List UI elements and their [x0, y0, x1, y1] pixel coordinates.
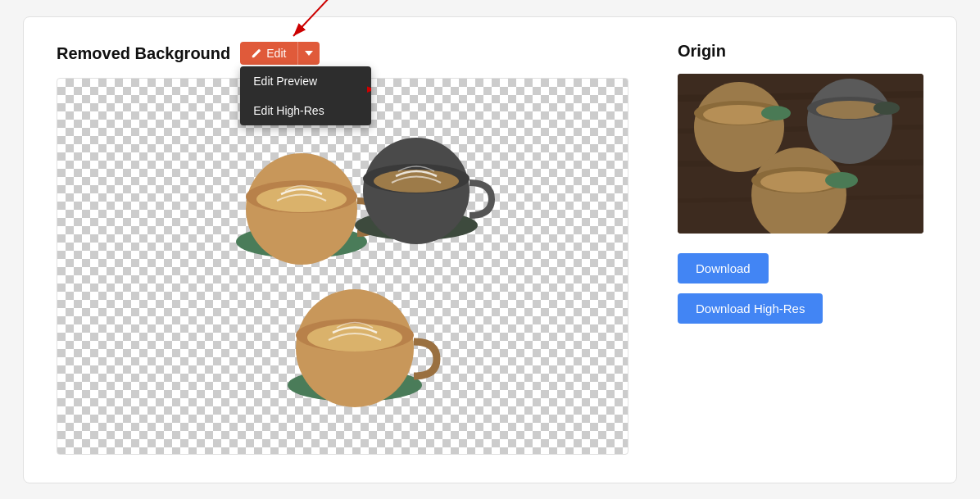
svg-line-1 — [293, 0, 330, 36]
edit-dropdown-button[interactable] — [297, 42, 320, 65]
svg-point-11 — [374, 170, 459, 193]
svg-point-25 — [807, 79, 892, 164]
removed-background-preview — [57, 78, 628, 455]
coffee-cups-image — [187, 94, 498, 438]
svg-point-24 — [761, 106, 791, 120]
svg-point-28 — [873, 102, 900, 115]
left-section-header: Removed Background Edit — [57, 42, 628, 65]
svg-point-27 — [816, 101, 883, 119]
svg-point-32 — [825, 172, 858, 188]
main-card: Removed Background Edit — [23, 16, 957, 483]
edit-button[interactable]: Edit — [240, 42, 297, 65]
left-section: Removed Background Edit — [57, 42, 628, 458]
arrow-annotation-1 — [256, 0, 355, 46]
origin-title: Origin — [678, 42, 726, 61]
download-buttons-container: Download Download High-Res — [678, 253, 923, 324]
origin-image-svg — [678, 74, 923, 234]
edit-highres-item[interactable]: Edit High-Res — [240, 96, 371, 125]
edit-preview-item[interactable]: Edit Preview — [240, 66, 371, 96]
edit-dropdown-menu: Edit Preview Edit High-Res — [240, 66, 371, 125]
origin-image-container — [678, 74, 923, 234]
removed-background-title: Removed Background — [57, 44, 230, 63]
edit-button-group: Edit Edit Prev — [240, 42, 320, 65]
right-section: Origin — [678, 42, 923, 458]
download-button[interactable]: Download — [678, 253, 769, 284]
download-highres-button[interactable]: Download High-Res — [678, 293, 823, 324]
dropdown-triangle-icon — [305, 51, 313, 56]
pencil-icon — [252, 48, 261, 58]
right-section-header: Origin — [678, 42, 923, 61]
